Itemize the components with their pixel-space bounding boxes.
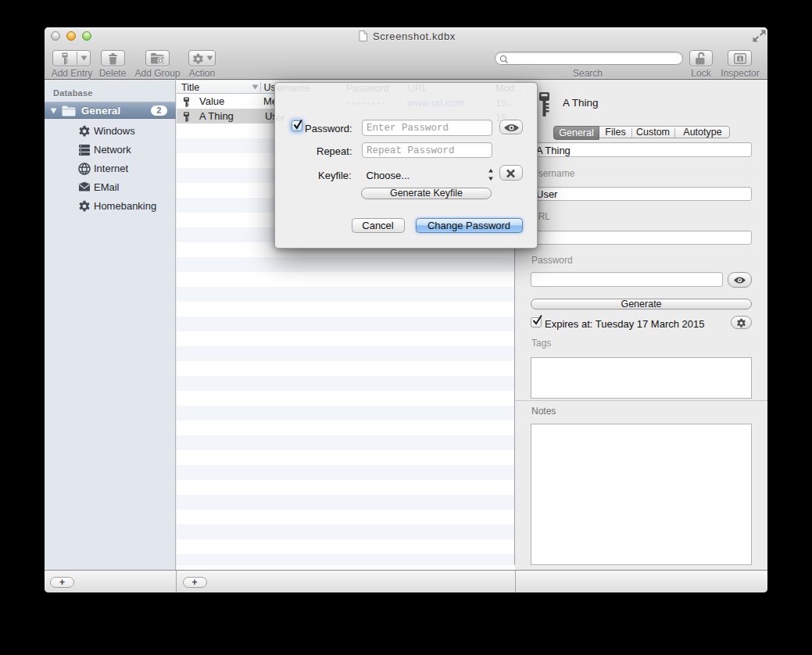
svg-text:i: i bbox=[739, 55, 741, 63]
